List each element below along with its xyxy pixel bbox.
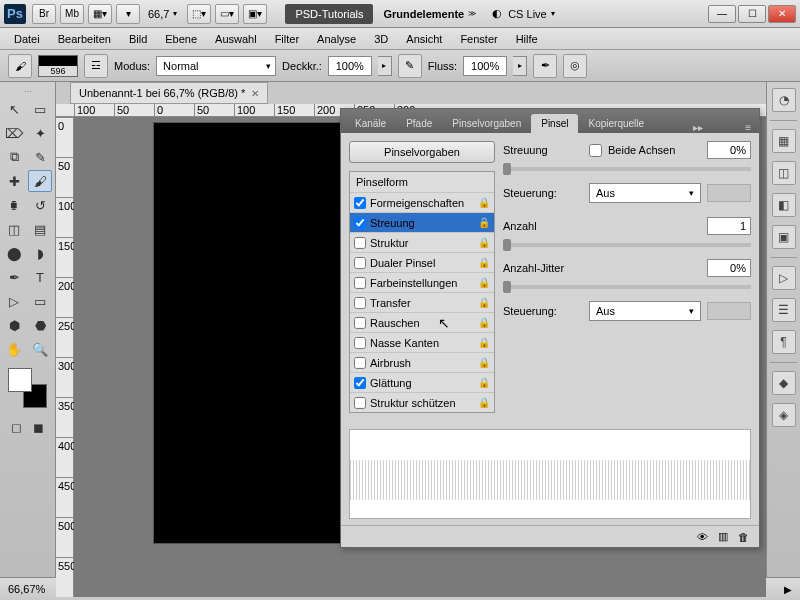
status-scroll-right[interactable]: ▶ bbox=[784, 584, 792, 595]
zoom-tool[interactable]: 🔍 bbox=[28, 338, 52, 360]
mode-select[interactable]: Normal bbox=[156, 56, 276, 76]
heal-tool[interactable]: ✚ bbox=[2, 170, 26, 192]
brush-option-formeigenschaften[interactable]: Formeigenschaften🔒 bbox=[350, 192, 494, 212]
toolbox-grip[interactable]: ⋯ bbox=[2, 86, 53, 96]
both-axes-checkbox[interactable] bbox=[589, 144, 602, 157]
minibridge-button[interactable]: Mb bbox=[60, 4, 84, 24]
panel-tab-kanäle[interactable]: Kanäle bbox=[345, 114, 396, 133]
brush-tip-label[interactable]: Pinselform bbox=[350, 172, 494, 192]
dock-masks-icon[interactable]: ▣ bbox=[772, 225, 796, 249]
lock-icon[interactable]: 🔒 bbox=[478, 257, 490, 268]
tablet-size-icon[interactable]: ◎ bbox=[563, 54, 587, 78]
checkbox[interactable] bbox=[354, 357, 366, 369]
new-preset-icon[interactable]: ▥ bbox=[718, 530, 728, 543]
lock-icon[interactable]: 🔒 bbox=[478, 337, 490, 348]
scatter-slider[interactable] bbox=[503, 167, 751, 171]
eraser-tool[interactable]: ◫ bbox=[2, 218, 26, 240]
airbrush-icon[interactable]: ✒ bbox=[533, 54, 557, 78]
opacity-arrow[interactable]: ▸ bbox=[378, 56, 392, 76]
checkbox[interactable] bbox=[354, 277, 366, 289]
panel-tab-pfade[interactable]: Pfade bbox=[396, 114, 442, 133]
tablet-opacity-icon[interactable]: ✎ bbox=[398, 54, 422, 78]
bridge-button[interactable]: Br bbox=[32, 4, 56, 24]
cslive-dropdown[interactable]: ▾ bbox=[551, 9, 565, 19]
pen-tool[interactable]: ✒ bbox=[2, 266, 26, 288]
menu-ansicht[interactable]: Ansicht bbox=[398, 30, 450, 48]
dock-history-icon[interactable]: ◆ bbox=[772, 371, 796, 395]
brush-option-farbeinstellungen[interactable]: Farbeinstellungen🔒 bbox=[350, 272, 494, 292]
brush-tool-icon[interactable]: 🖌 bbox=[8, 54, 32, 78]
checkbox[interactable] bbox=[354, 257, 366, 269]
workspace-psd-tutorials[interactable]: PSD-Tutorials bbox=[285, 4, 373, 24]
dock-styles-icon[interactable]: ◫ bbox=[772, 161, 796, 185]
eyedropper-tool[interactable]: ✎ bbox=[28, 146, 52, 168]
dock-paragraph-icon[interactable]: ¶ bbox=[772, 330, 796, 354]
count-input[interactable]: 1 bbox=[707, 217, 751, 235]
checkbox[interactable] bbox=[354, 217, 366, 229]
control2-select[interactable]: Aus bbox=[589, 301, 701, 321]
color-swatches[interactable] bbox=[8, 368, 47, 408]
screen-mode-button[interactable]: ▣▾ bbox=[243, 4, 267, 24]
dodge-tool[interactable]: ◗ bbox=[28, 242, 52, 264]
menu-bearbeiten[interactable]: Bearbeiten bbox=[50, 30, 119, 48]
menu-auswahl[interactable]: Auswahl bbox=[207, 30, 265, 48]
lock-icon[interactable]: 🔒 bbox=[478, 237, 490, 248]
brush-option-struktur-schützen[interactable]: Struktur schützen🔒 bbox=[350, 392, 494, 412]
lock-icon[interactable]: 🔒 bbox=[478, 217, 490, 228]
checkbox[interactable] bbox=[354, 197, 366, 209]
gradient-tool[interactable]: ▤ bbox=[28, 218, 52, 240]
jitter-slider[interactable] bbox=[503, 285, 751, 289]
workspace-more[interactable]: ≫ bbox=[468, 9, 482, 19]
brush-option-dualer-pinsel[interactable]: Dualer Pinsel🔒 bbox=[350, 252, 494, 272]
jitter-input[interactable]: 0% bbox=[707, 259, 751, 277]
brush-panel-toggle[interactable]: ☲ bbox=[84, 54, 108, 78]
checkbox[interactable] bbox=[354, 317, 366, 329]
opacity-input[interactable]: 100% bbox=[328, 56, 372, 76]
panel-tab-kopierquelle[interactable]: Kopierquelle bbox=[578, 114, 654, 133]
checkbox[interactable] bbox=[354, 237, 366, 249]
layout-button[interactable]: ▦▾ bbox=[88, 4, 112, 24]
brush-option-struktur[interactable]: Struktur🔒 bbox=[350, 232, 494, 252]
dock-swatches-icon[interactable]: ▦ bbox=[772, 129, 796, 153]
brush-presets-button[interactable]: Pinselvorgaben bbox=[349, 141, 495, 163]
panel-tab-pinselvorgaben[interactable]: Pinselvorgaben bbox=[442, 114, 531, 133]
document-tab[interactable]: Unbenannt-1 bei 66,7% (RGB/8) * ✕ bbox=[70, 82, 268, 104]
lock-icon[interactable]: 🔒 bbox=[478, 397, 490, 408]
3d-camera-tool[interactable]: ⬣ bbox=[28, 314, 52, 336]
dock-info-icon[interactable]: ◈ bbox=[772, 403, 796, 427]
lock-icon[interactable]: 🔒 bbox=[478, 197, 490, 208]
path-select-tool[interactable]: ▷ bbox=[2, 290, 26, 312]
hand-button[interactable]: ⬚▾ bbox=[187, 4, 211, 24]
stamp-tool[interactable]: ⧯ bbox=[2, 194, 26, 216]
close-doc-icon[interactable]: ✕ bbox=[251, 88, 259, 99]
cslive-button[interactable]: CS Live bbox=[508, 8, 547, 20]
trash-icon[interactable]: 🗑 bbox=[738, 531, 749, 543]
lock-icon[interactable]: 🔒 bbox=[478, 317, 490, 328]
type-tool[interactable]: T bbox=[28, 266, 52, 288]
lasso-tool[interactable]: ⌦ bbox=[2, 122, 26, 144]
wand-tool[interactable]: ✦ bbox=[28, 122, 52, 144]
menu-datei[interactable]: Datei bbox=[6, 30, 48, 48]
panel-tab-pinsel[interactable]: Pinsel bbox=[531, 114, 578, 133]
dock-adjust-icon[interactable]: ◧ bbox=[772, 193, 796, 217]
hand-tool[interactable]: ✋ bbox=[2, 338, 26, 360]
flow-input[interactable]: 100% bbox=[463, 56, 507, 76]
brush-option-streuung[interactable]: Streuung🔒 bbox=[350, 212, 494, 232]
lock-icon[interactable]: 🔒 bbox=[478, 297, 490, 308]
brush-tool[interactable]: 🖌 bbox=[28, 170, 52, 192]
lock-icon[interactable]: 🔒 bbox=[478, 277, 490, 288]
quickmask-mode[interactable]: ◼ bbox=[29, 416, 50, 438]
count-slider[interactable] bbox=[503, 243, 751, 247]
zoom-dropdown[interactable]: ▾ bbox=[173, 9, 187, 19]
crop-tool[interactable]: ⧉ bbox=[2, 146, 26, 168]
checkbox[interactable] bbox=[354, 397, 366, 409]
workspace-grundelemente[interactable]: Grundelemente bbox=[383, 8, 464, 20]
3d-tool[interactable]: ⬢ bbox=[2, 314, 26, 336]
extras-button[interactable]: ▾ bbox=[116, 4, 140, 24]
menu-analyse[interactable]: Analyse bbox=[309, 30, 364, 48]
checkbox[interactable] bbox=[354, 297, 366, 309]
toggle-preview-icon[interactable]: 👁 bbox=[697, 531, 708, 543]
document-canvas[interactable] bbox=[154, 123, 340, 543]
flow-arrow[interactable]: ▸ bbox=[513, 56, 527, 76]
control1-select[interactable]: Aus bbox=[589, 183, 701, 203]
